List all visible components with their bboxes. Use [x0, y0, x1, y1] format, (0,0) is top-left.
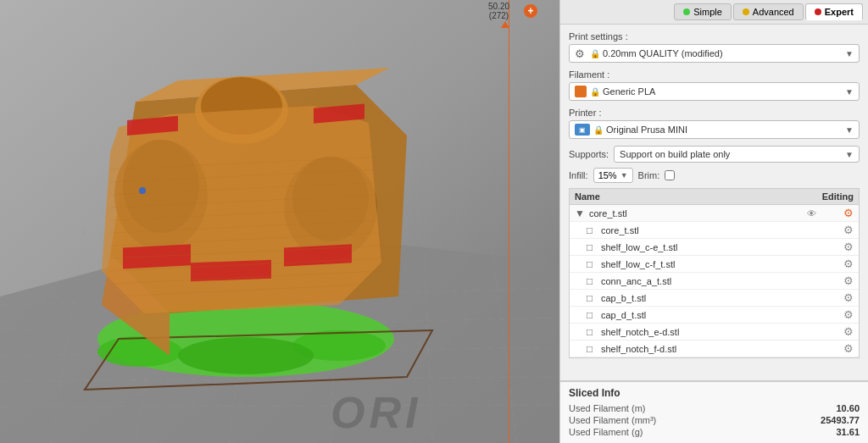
object-name: shelf_notch_e-d.stl	[601, 327, 820, 337]
settings-panel: Simple Advanced Expert Print settings : …	[559, 0, 868, 443]
print-settings-label: Print settings :	[569, 31, 860, 42]
table-row[interactable]: □ cap_b_t.stl ⚙	[570, 290, 859, 307]
table-row[interactable]: □ core_t.stl ⚙	[570, 222, 859, 239]
measurement-value: 50.20	[488, 2, 509, 11]
object-name: core_t.stl	[601, 225, 820, 235]
filament-value: Generic PLA	[603, 86, 845, 97]
measurement-line	[509, 0, 509, 443]
printer-group: Printer : ▣ 🔒 Original Prusa MINI ▼	[569, 108, 860, 139]
edit-gear-cell[interactable]: ⚙	[820, 308, 854, 321]
tab-simple[interactable]: Simple	[674, 3, 732, 20]
chevron-down-icon-infill: ▼	[620, 171, 628, 180]
object-file-icon: □	[587, 309, 598, 321]
filament-mm3-value: 25493.77	[821, 415, 860, 425]
brim-label: Brim:	[638, 170, 660, 180]
object-list-table: Name Editing ▼ core_t.stl 👁 ⚙ □ core_t.s…	[569, 188, 860, 358]
gear-edit-icon: ⚙	[843, 241, 854, 253]
table-row[interactable]: □ shelf_notch_e-d.stl ⚙	[570, 324, 859, 341]
add-object-button[interactable]: +	[524, 4, 537, 18]
object-name: conn_anc_a_t.stl	[601, 276, 820, 286]
sliced-row-filament-m: Used Filament (m) 10.60	[569, 402, 860, 414]
scene-background: ORI	[0, 0, 559, 443]
object-name: shelf_notch_f-d.stl	[601, 344, 820, 354]
brim-checkbox[interactable]	[665, 170, 675, 180]
edit-gear-cell[interactable]: ⚙	[820, 325, 854, 338]
filament-color-swatch	[575, 86, 587, 97]
simple-dot	[683, 8, 690, 15]
object-file-icon: □	[587, 275, 598, 287]
table-header: Name Editing	[570, 189, 859, 205]
expert-dot	[815, 8, 821, 15]
object-file-icon: □	[587, 343, 598, 355]
gear-icon: ⚙	[575, 47, 587, 59]
advanced-dot	[743, 8, 749, 15]
object-file-icon: □	[587, 292, 598, 304]
edit-gear-cell[interactable]: ⚙	[820, 224, 854, 236]
chevron-down-icon-filament: ▼	[845, 87, 854, 97]
svg-rect-28	[123, 244, 191, 269]
object-name: shelf_low_c-f_t.stl	[601, 259, 820, 269]
filament-m-label: Used Filament (m)	[569, 403, 645, 413]
supports-label: Supports:	[569, 149, 609, 159]
3d-viewport[interactable]: ORI 50.20 (272) +	[0, 0, 559, 443]
edit-gear-cell[interactable]: ⚙	[820, 342, 854, 355]
gear-edit-icon: ⚙	[843, 308, 854, 321]
edit-gear-cell[interactable]: ⚙	[820, 291, 854, 304]
chevron-down-icon-printer: ▼	[845, 125, 854, 135]
edit-gear-cell[interactable]: ⚙	[820, 257, 854, 270]
gear-edit-icon: ⚙	[843, 274, 854, 287]
filament-group: Filament : 🔒 Generic PLA ▼	[569, 69, 860, 101]
lock-icon-printer: 🔒	[593, 125, 604, 135]
filament-g-label: Used Filament (g)	[569, 427, 643, 437]
eye-icon[interactable]: 👁	[803, 208, 820, 219]
measurement-sub: (272)	[488, 11, 509, 20]
svg-point-16	[178, 337, 314, 374]
table-row[interactable]: □ shelf_notch_f-d.stl ⚙	[570, 341, 859, 357]
object-name: cap_d_t.stl	[601, 310, 820, 320]
gear-edit-icon: ⚙	[843, 325, 854, 338]
supports-value: Support on build plate only	[620, 149, 845, 159]
svg-point-44	[139, 187, 146, 194]
table-row[interactable]: □ shelf_low_c-e_t.stl ⚙	[570, 239, 859, 256]
infill-label: Infill:	[569, 170, 588, 180]
col-editing-header: Editing	[803, 191, 854, 202]
svg-text:ORI: ORI	[331, 388, 421, 437]
col-name-header: Name	[575, 191, 803, 202]
gear-edit-icon: ⚙	[843, 207, 854, 219]
settings-body: Print settings : ⚙ 🔒 0.20mm QUALITY (mod…	[560, 25, 868, 380]
object-file-icon: □	[587, 258, 598, 270]
object-file-icon: □	[587, 326, 598, 338]
object-file-icon: □	[587, 224, 598, 236]
tab-advanced[interactable]: Advanced	[733, 3, 804, 20]
edit-gear-cell[interactable]: ⚙	[820, 241, 854, 253]
gear-edit-icon: ⚙	[843, 257, 854, 270]
object-name: cap_b_t.stl	[601, 293, 820, 303]
grid-svg: ORI	[0, 0, 559, 443]
sliced-info-section: Sliced Info Used Filament (m) 10.60 Used…	[560, 380, 868, 443]
edit-gear-cell[interactable]: ⚙	[820, 274, 854, 287]
filament-dropdown[interactable]: 🔒 Generic PLA ▼	[569, 82, 860, 101]
sliced-row-filament-mm3: Used Filament (mm³) 25493.77	[569, 414, 860, 426]
supports-row: Supports: Support on build plate only ▼	[569, 146, 860, 163]
table-row[interactable]: ▼ core_t.stl 👁 ⚙	[570, 205, 859, 222]
mode-tabs-bar: Simple Advanced Expert	[560, 0, 868, 25]
infill-dropdown[interactable]: 15% ▼	[593, 168, 633, 183]
gear-edit-icon: ⚙	[843, 291, 854, 304]
infill-brim-row: Infill: 15% ▼ Brim:	[569, 168, 860, 183]
table-row[interactable]: □ conn_anc_a_t.stl ⚙	[570, 273, 859, 290]
sliced-row-filament-g: Used Filament (g) 31.61	[569, 426, 860, 438]
object-name: shelf_low_c-e_t.stl	[601, 242, 820, 252]
table-row[interactable]: □ shelf_low_c-f_t.stl ⚙	[570, 256, 859, 273]
sliced-info-title: Sliced Info	[569, 387, 860, 399]
object-name: core_t.stl	[589, 208, 803, 219]
edit-gear[interactable]: ⚙	[820, 207, 854, 219]
printer-dropdown[interactable]: ▣ 🔒 Original Prusa MINI ▼	[569, 120, 860, 139]
table-row[interactable]: □ cap_d_t.stl ⚙	[570, 307, 859, 324]
measurement-arrow-icon	[501, 21, 509, 28]
print-settings-dropdown[interactable]: ⚙ 🔒 0.20mm QUALITY (modified) ▼	[569, 44, 860, 63]
tab-expert[interactable]: Expert	[805, 3, 863, 20]
lock-icon-filament: 🔒	[590, 87, 600, 97]
supports-dropdown[interactable]: Support on build plate only ▼	[614, 146, 860, 163]
gear-edit-icon: ⚙	[843, 224, 854, 236]
printer-value: Original Prusa MINI	[606, 125, 845, 135]
